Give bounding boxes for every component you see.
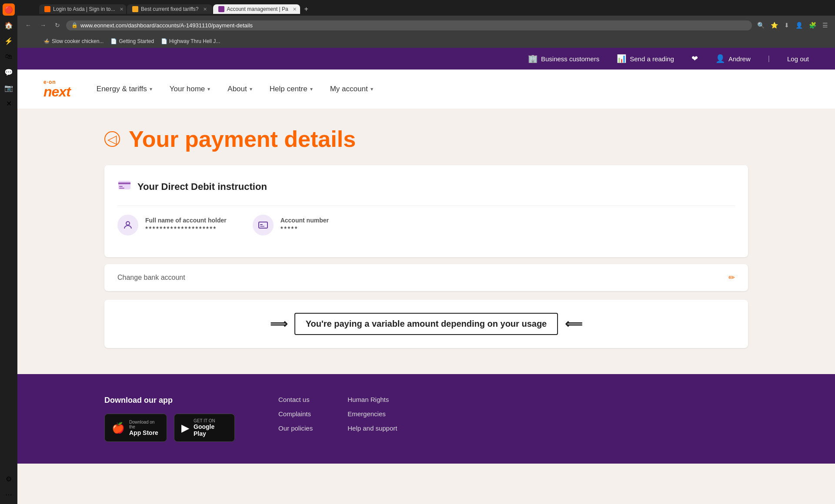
help-chevron-icon: ▾ [310, 86, 313, 92]
logout-link[interactable]: Log out [787, 55, 809, 63]
account-number-label: Account number [281, 217, 329, 224]
footer-inner: Download our app 🍎 Download on the App S… [104, 396, 748, 442]
reading-label: Send a reading [630, 55, 674, 63]
account-number-icon [253, 215, 274, 235]
tab-tariffs[interactable]: Best current fixed tariffs? ✕ [127, 4, 212, 14]
app-store-text: Download on the App Store [129, 420, 160, 436]
arrow-right-icon: ⟸ [565, 317, 582, 331]
nav-my-account[interactable]: My account ▾ [330, 81, 373, 97]
lock-icon: 🔒 [71, 22, 78, 28]
bookmark-getting-started[interactable]: 📄 Getting Started [110, 38, 154, 44]
svg-rect-6 [260, 224, 263, 225]
svg-point-4 [126, 222, 130, 225]
address-bar[interactable] [80, 22, 747, 29]
direct-debit-icon [117, 178, 131, 195]
new-tab-button[interactable]: + [301, 3, 312, 15]
logo-area[interactable]: e·on next [43, 80, 70, 99]
account-number-value: ***** [281, 225, 329, 233]
sidebar-x-icon[interactable]: ✕ [3, 97, 15, 109]
nav-home-label: Your home [170, 85, 205, 93]
variable-amount-card: ⟹ You're paying a variable amount depend… [104, 300, 748, 348]
nav-download-button[interactable]: ⬇ [782, 20, 791, 30]
browser-chrome: Login to Asda | Sign in to... ✕ Best cur… [17, 0, 835, 48]
business-customers-link[interactable]: 🏢 Business customers [528, 54, 599, 63]
sidebar-home-icon[interactable]: 🏠 [3, 19, 15, 31]
nav-extensions-button[interactable]: 🧩 [807, 20, 818, 30]
account-number-text: Account number ***** [281, 217, 329, 233]
tab-close-tariffs[interactable]: ✕ [203, 7, 207, 12]
footer-complaints-link[interactable]: Complaints [278, 410, 313, 418]
back-button[interactable]: ◁ [104, 131, 120, 147]
footer-help-support-link[interactable]: Help and support [347, 424, 397, 432]
nav-about[interactable]: About ▾ [227, 81, 252, 97]
bookmark-slow-cooker[interactable]: 🍲 Slow cooker chicken... [43, 38, 104, 44]
sidebar-messenger-icon[interactable]: 💬 [3, 66, 15, 78]
footer-human-rights-link[interactable]: Human Rights [347, 396, 397, 403]
svg-rect-5 [259, 222, 267, 228]
sidebar-more-icon[interactable]: ⋯ [3, 488, 15, 501]
page-title: Your payment details [129, 126, 356, 152]
nav-refresh-button[interactable]: ↻ [52, 20, 63, 30]
nav-search-button[interactable]: 🔍 [755, 20, 766, 30]
nav-profile-button[interactable]: 👤 [794, 20, 805, 30]
footer-links: Contact us Complaints Our policies Human… [278, 396, 397, 442]
google-play-icon: ▶ [181, 422, 189, 434]
edit-icon[interactable]: ✏ [728, 273, 735, 282]
arrow-left-icon: ⟹ [270, 317, 287, 331]
util-divider: | [768, 55, 770, 63]
address-bar-container[interactable]: 🔒 [66, 20, 752, 30]
account-holder-text: Full name of account holder ************… [145, 217, 227, 233]
nav-bookmark-button[interactable]: ⭐ [769, 20, 780, 30]
andrew-link[interactable]: 👤 Andrew [715, 54, 751, 63]
nav-energy-tariffs[interactable]: Energy & tariffs ▾ [97, 81, 152, 97]
footer-emergencies-link[interactable]: Emergencies [347, 410, 397, 418]
nav-help-label: Help centre [270, 85, 307, 93]
bookmark-icon-2: 📄 [110, 38, 117, 44]
nav-menu-button[interactable]: ☰ [821, 20, 830, 30]
account-holder-field: Full name of account holder ************… [117, 215, 227, 235]
dd-fields: Full name of account holder ************… [117, 206, 735, 244]
app-store-badge[interactable]: 🍎 Download on the App Store [104, 414, 167, 442]
tab-close-asda[interactable]: ✕ [120, 7, 124, 12]
tab-asda[interactable]: Login to Asda | Sign in to... ✕ [39, 4, 126, 14]
nav-your-home[interactable]: Your home ▾ [170, 81, 210, 97]
logo-ext: ext [52, 84, 70, 99]
about-chevron-icon: ▾ [250, 86, 252, 92]
tab-label-tariffs: Best current fixed tariffs? [141, 6, 199, 12]
home-chevron-icon: ▾ [207, 86, 210, 92]
footer-policies-link[interactable]: Our policies [278, 424, 313, 432]
direct-debit-card: Your Direct Debit instruction Full name … [104, 165, 748, 257]
nav-energy-label: Energy & tariffs [97, 85, 147, 93]
sidebar-shop-icon[interactable]: 🛍 [3, 50, 15, 63]
business-icon: 🏢 [528, 54, 538, 63]
footer-contact-link[interactable]: Contact us [278, 396, 313, 403]
sidebar-apps-icon[interactable]: ⚡ [3, 35, 15, 47]
bookmark-highway[interactable]: 📄 Highway Thru Hell J... [161, 38, 220, 44]
tab-favicon-account [218, 6, 224, 12]
footer-col-1: Contact us Complaints Our policies [278, 396, 313, 442]
sidebar-opera-icon[interactable]: 🔴 [3, 3, 15, 16]
sidebar-instagram-icon[interactable]: 📷 [3, 82, 15, 94]
eon-next-logo: e·on next [43, 80, 70, 99]
google-play-badge[interactable]: ▶ GET IT ON Google Play [174, 414, 235, 442]
tab-favicon-asda [44, 6, 50, 12]
bookmark-label-2: Getting Started [119, 38, 154, 44]
tab-label-account: Account management | Pa [227, 6, 288, 12]
sidebar-settings-icon[interactable]: ⚙ [3, 473, 15, 485]
google-play-name: Google Play [194, 423, 227, 437]
svg-rect-2 [119, 186, 123, 187]
nav-forward-button[interactable]: → [37, 20, 49, 30]
business-label: Business customers [541, 55, 599, 63]
nav-back-button[interactable]: ← [23, 20, 34, 30]
send-reading-link[interactable]: 📊 Send a reading [617, 54, 674, 63]
main-nav-items: Energy & tariffs ▾ Your home ▾ About ▾ H… [97, 81, 373, 97]
account-chevron-icon: ▾ [371, 86, 373, 92]
variable-inner: ⟹ You're paying a variable amount depend… [270, 313, 582, 335]
change-bank-account-row[interactable]: Change bank account ✏ [104, 264, 748, 291]
dd-title: Your Direct Debit instruction [137, 181, 267, 192]
nav-help-centre[interactable]: Help centre ▾ [270, 81, 313, 97]
tab-favicon-tariffs [132, 6, 138, 12]
tab-account[interactable]: Account management | Pa ✕ [213, 4, 300, 14]
tab-close-account[interactable]: ✕ [293, 7, 297, 12]
heart-link[interactable]: ❤ [691, 54, 698, 63]
